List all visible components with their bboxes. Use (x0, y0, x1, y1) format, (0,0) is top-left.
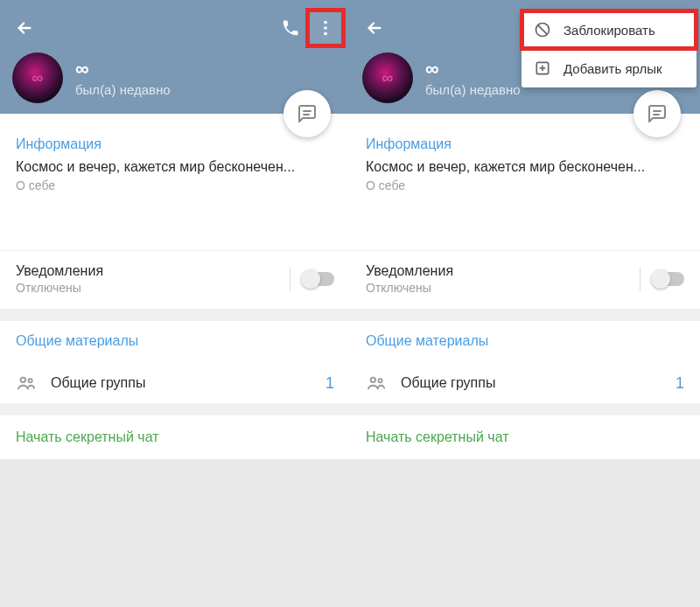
shared-section: Общие материалы (350, 321, 700, 363)
profile-info: ∞ был(а) недавно (75, 59, 171, 97)
profile-info: ∞ был(а) недавно (425, 59, 521, 97)
more-button[interactable] (308, 10, 343, 45)
notifications-toggle[interactable] (303, 272, 334, 286)
message-fab[interactable] (284, 90, 331, 137)
svg-point-15 (378, 379, 382, 382)
phone-icon (281, 18, 300, 38)
back-button[interactable] (7, 10, 42, 45)
bio-text: Космос и вечер, кажется мир бесконечен..… (366, 159, 684, 175)
info-label: Информация (366, 136, 684, 152)
bio-sublabel: О себе (366, 178, 684, 192)
notifications-row[interactable]: Уведомления Отключены (0, 251, 350, 309)
svg-point-2 (324, 32, 327, 36)
info-label: Информация (16, 136, 334, 152)
shared-groups-count: 1 (326, 374, 334, 393)
last-seen: был(а) недавно (425, 82, 521, 97)
menu-block-label: Заблокировать (564, 23, 655, 38)
shared-section: Общие материалы (0, 321, 350, 363)
shared-groups-count: 1 (676, 374, 684, 393)
header: ∞ был(а) недавно (0, 0, 350, 114)
profile-name: ∞ (75, 59, 171, 79)
notifications-title: Уведомления (16, 263, 290, 279)
notifications-toggle[interactable] (653, 272, 684, 286)
menu-add-label[interactable]: Добавить ярлык (522, 49, 696, 87)
vertical-separator (640, 267, 640, 291)
message-fab[interactable] (634, 90, 681, 137)
svg-point-14 (371, 378, 376, 383)
shared-label: Общие материалы (16, 333, 334, 349)
vertical-separator (290, 267, 290, 291)
shared-groups-row[interactable]: Общие группы 1 (0, 363, 350, 403)
secret-chat-row[interactable]: Начать секретный чат (0, 415, 350, 459)
secret-chat-row[interactable]: Начать секретный чат (350, 415, 700, 459)
avatar[interactable] (362, 52, 413, 103)
avatar[interactable] (12, 52, 63, 103)
more-vertical-icon (316, 18, 335, 38)
block-icon (534, 21, 551, 38)
svg-line-10 (538, 25, 548, 35)
add-shortcut-icon (534, 59, 551, 77)
arrow-left-icon (15, 18, 34, 38)
shared-groups-label: Общие группы (401, 375, 662, 391)
svg-point-0 (324, 21, 327, 24)
last-seen: был(а) недавно (75, 82, 171, 97)
menu-block[interactable]: Заблокировать (522, 10, 696, 49)
groups-icon (366, 373, 387, 393)
svg-point-1 (324, 26, 327, 30)
profile-name: ∞ (425, 59, 521, 79)
groups-icon (16, 373, 37, 393)
profile-panel-left: ∞ был(а) недавно Информация Космос и веч… (0, 0, 350, 607)
secret-chat-label: Начать секретный чат (16, 429, 334, 445)
svg-point-6 (28, 379, 32, 382)
notifications-status: Отключены (366, 281, 640, 295)
menu-add-label-text: Добавить ярлык (564, 61, 662, 76)
topbar (0, 10, 350, 45)
more-menu: Заблокировать Добавить ярлык (522, 10, 696, 87)
message-icon (647, 103, 668, 124)
svg-point-5 (21, 378, 25, 383)
shared-label: Общие материалы (366, 333, 684, 349)
bio-text: Космос и вечер, кажется мир бесконечен..… (16, 159, 334, 175)
notifications-status: Отключены (16, 281, 290, 295)
notifications-row[interactable]: Уведомления Отключены (350, 251, 700, 309)
shared-groups-row[interactable]: Общие группы 1 (350, 363, 700, 403)
message-icon (297, 103, 318, 124)
call-button[interactable] (273, 10, 308, 45)
profile-panel-right: ∞ был(а) недавно Заблокировать Добавить … (350, 0, 700, 607)
back-button[interactable] (357, 10, 392, 45)
shared-groups-label: Общие группы (51, 375, 312, 391)
notifications-title: Уведомления (366, 263, 640, 279)
bio-sublabel: О себе (16, 178, 334, 192)
arrow-left-icon (365, 18, 384, 38)
secret-chat-label: Начать секретный чат (366, 429, 684, 445)
